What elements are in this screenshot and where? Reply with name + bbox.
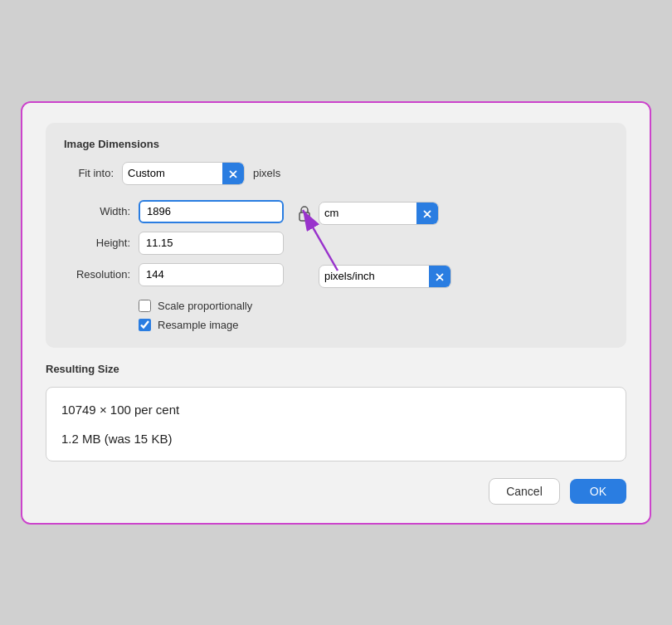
cm-select-wrapper[interactable]: cm mm inches pixels percent [319, 202, 439, 225]
lock-icon[interactable] [295, 204, 314, 222]
resulting-size-title: Resulting Size [46, 363, 626, 375]
checkboxes-row: Scale proportionally Resample image [139, 300, 608, 331]
result-filesize: 1.2 MB (was 15 KB) [61, 430, 611, 447]
scale-proportionally-label[interactable]: Scale proportionally [158, 300, 252, 312]
scale-proportionally-row: Scale proportionally [139, 300, 608, 312]
height-row: Height: [64, 232, 284, 255]
resample-image-label[interactable]: Resample image [158, 319, 239, 331]
fit-into-select[interactable]: Custom Screen 640x480 800x600 1024x768 [123, 163, 222, 184]
width-label: Width: [64, 205, 130, 217]
resolution-row: Resolution: [64, 263, 284, 286]
buttons-row: Cancel OK [46, 478, 626, 505]
height-input[interactable] [139, 232, 284, 255]
resolution-unit-select[interactable]: pixels/inch pixels/cm [319, 266, 429, 287]
cm-chevron [416, 202, 438, 225]
resolution-input[interactable] [139, 263, 284, 286]
height-label: Height: [64, 237, 130, 249]
fit-into-suffix: pixels [253, 167, 280, 179]
left-fields: Width: Height: Resolution: [64, 200, 284, 286]
unit-cm-row: cm mm inches pixels percent [295, 202, 451, 225]
resample-image-checkbox[interactable] [139, 319, 151, 331]
resulting-size-box: 10749 × 100 per cent 1.2 MB (was 15 KB) [46, 387, 626, 461]
fit-into-label: Fit into: [64, 167, 114, 179]
fit-into-select-wrapper[interactable]: Custom Screen 640x480 800x600 1024x768 [122, 162, 245, 185]
scale-proportionally-checkbox[interactable] [139, 300, 151, 312]
spacer [295, 233, 451, 256]
resulting-size-section: Resulting Size 10749 × 100 per cent 1.2 … [46, 363, 626, 461]
fit-into-chevron [222, 162, 244, 185]
resolution-unit-select-wrapper[interactable]: pixels/inch pixels/cm [319, 265, 451, 288]
resolution-label: Resolution: [64, 268, 130, 281]
cm-select[interactable]: cm mm inches pixels percent [319, 203, 416, 224]
right-controls: cm mm inches pixels percent [295, 200, 451, 288]
resample-image-row: Resample image [139, 319, 608, 331]
image-dimensions-panel: Image Dimensions Fit into: Custom Screen… [46, 123, 626, 348]
cancel-button[interactable]: Cancel [489, 478, 560, 505]
dialog: Image Dimensions Fit into: Custom Screen… [21, 101, 651, 525]
fit-into-row: Fit into: Custom Screen 640x480 800x600 … [64, 162, 608, 185]
fields-area: Width: Height: Resolution: [64, 200, 608, 288]
width-row: Width: [64, 200, 284, 223]
svg-rect-0 [299, 212, 309, 221]
image-dimensions-title: Image Dimensions [64, 138, 608, 150]
resolution-unit-row: pixels/inch pixels/cm [295, 265, 451, 288]
width-input[interactable] [139, 200, 284, 223]
ok-button[interactable]: OK [570, 479, 626, 504]
resolution-unit-chevron [429, 265, 450, 288]
result-dimensions: 10749 × 100 per cent [61, 401, 611, 418]
